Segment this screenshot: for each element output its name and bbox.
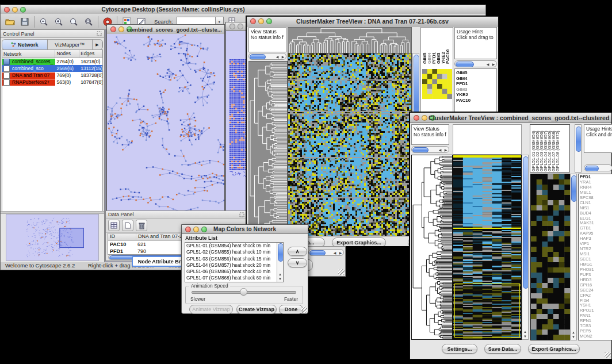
gene-item[interactable]: FIG4 <box>580 298 611 304</box>
tv2-vscrollbar[interactable]: ▲ ▼ <box>522 155 529 340</box>
column-edges[interactable]: Edges <box>79 50 102 58</box>
scroll-thumb[interactable] <box>523 156 529 289</box>
tv2-genes-vscrollbar[interactable]: ▲ ▼ <box>570 174 577 340</box>
network-list-header[interactable]: Network Nodes Edges <box>2 50 102 58</box>
gene-item[interactable]: SEC1 <box>580 257 611 262</box>
gene-item[interactable]: MON2 <box>580 334 611 339</box>
close-icon[interactable] <box>230 24 235 29</box>
done-button[interactable]: Done <box>279 305 303 314</box>
gene-item[interactable]: VIP1 <box>580 242 611 247</box>
tv1-status-hscrollbar[interactable]: ◀ ▶ <box>248 53 286 60</box>
gene-item[interactable]: SPC98 <box>580 196 611 201</box>
fragment-hscrollbar[interactable]: ◀ ▶ <box>308 249 344 256</box>
treeview1-titlebar[interactable]: ClusterMaker TreeView : DNA and Tran 07-… <box>247 17 498 26</box>
gene-item[interactable]: GIM3 <box>456 87 495 93</box>
scroll-right-icon[interactable]: ▶ <box>338 251 343 255</box>
scroll-right-icon[interactable]: ▶ <box>443 148 449 152</box>
column-label[interactable]: PAC10 <box>445 28 450 64</box>
column-network[interactable]: Network <box>2 50 55 58</box>
scroll-thumb[interactable] <box>278 243 283 262</box>
network-row[interactable]: DNA and Tran 07 769(0) 183728(0) <box>2 72 102 79</box>
gene-item[interactable]: HAP3 <box>580 236 611 242</box>
scroll-thumb[interactable] <box>309 250 326 256</box>
resize-grip[interactable] <box>605 352 611 358</box>
dialog-titlebar[interactable]: Map Colors to Network <box>182 225 308 234</box>
gene-item[interactable]: PFD1 <box>456 81 495 87</box>
gene-item[interactable]: ELG1 <box>580 216 611 221</box>
gene-item[interactable]: CLN1 <box>580 201 611 206</box>
tv1-heatmap[interactable] <box>288 53 412 236</box>
tab-network[interactable]: Network <box>2 40 48 49</box>
save-data-button[interactable]: Save Data... <box>484 344 521 354</box>
gene-item[interactable]: TCB3 <box>580 324 611 329</box>
open-folder-icon[interactable] <box>4 16 16 28</box>
attribute-item[interactable]: GPL51-01 (GSM854) heat shock 05 min <box>185 243 283 249</box>
gene-item[interactable]: HRD3 <box>580 278 611 283</box>
tv1-hints-hscrollbar[interactable]: ◀ ▶ <box>454 60 497 67</box>
gene-item[interactable]: PHO81 <box>580 267 611 273</box>
tv1-row-dendrogram[interactable] <box>248 61 288 236</box>
attribute-item[interactable]: GPL51-02 (GSM855) heat shock 10 min <box>185 249 283 255</box>
scroll-thumb[interactable] <box>412 147 429 153</box>
gene-item[interactable]: NTR2 <box>580 247 611 252</box>
create-vizmap-button[interactable]: Create Vizmap <box>236 305 277 314</box>
float-panel-icon[interactable] <box>97 31 102 36</box>
main-titlebar[interactable]: Cytoscape Desktop (Session Name: collins… <box>1 5 485 14</box>
delete-attribute-icon[interactable] <box>136 220 147 231</box>
save-icon[interactable] <box>19 16 30 28</box>
gene-item[interactable]: KAP95 <box>580 231 611 236</box>
gene-item[interactable]: MAK31 <box>580 221 611 226</box>
network-overview-canvas[interactable] <box>6 214 99 261</box>
export-graphics-button[interactable]: Export Graphics... <box>528 344 580 354</box>
gene-item[interactable]: RPO21 <box>580 308 611 313</box>
tab-vizmapper[interactable]: VizMapper™ <box>48 40 93 49</box>
scroll-thumb[interactable] <box>456 62 474 67</box>
gene-item[interactable]: GIM5 <box>456 70 495 76</box>
tv1-similarity-matrix[interactable] <box>422 69 452 99</box>
column-label[interactable]: GPL51-08 (GSM872) <box>555 125 560 171</box>
gene-item[interactable]: NIS1 <box>580 206 611 211</box>
minimize-icon[interactable] <box>422 115 427 121</box>
scroll-left-icon[interactable]: ◀ <box>274 55 280 59</box>
tab-overflow-arrow[interactable]: ▶ <box>93 40 102 49</box>
dense-network-canvas[interactable] <box>229 59 247 177</box>
tv2-row-dendrogram[interactable] <box>411 155 453 340</box>
slider-thumb[interactable] <box>240 288 247 296</box>
scroll-down-icon[interactable]: ▼ <box>571 335 576 339</box>
attribute-item[interactable]: GPL51-04 (GSM857) heat shock 20 min <box>185 262 283 269</box>
settings-button[interactable]: Settings... <box>442 344 477 354</box>
resize-grip[interactable] <box>338 269 345 275</box>
scroll-thumb[interactable] <box>250 54 266 60</box>
scroll-right-icon[interactable]: ▶ <box>491 62 496 67</box>
gene-item[interactable]: PAN1 <box>580 313 611 319</box>
attribute-select-icon[interactable] <box>108 220 120 231</box>
scroll-left-icon[interactable]: ◀ <box>485 62 491 67</box>
scroll-thumb[interactable] <box>585 166 599 171</box>
float-panel-icon[interactable] <box>239 212 244 217</box>
gene-item[interactable]: BUD4 <box>580 211 611 216</box>
gene-item[interactable]: YRA1 <box>580 180 611 185</box>
attribute-item[interactable]: GPL51-06 (GSM865) heat shock 40 min <box>185 269 283 275</box>
gene-item[interactable]: MSI1 <box>580 252 611 257</box>
network-row[interactable]: combined_sco 2569(6) 13112(15) <box>2 65 102 72</box>
tv1-column-dendrogram[interactable] <box>288 27 412 53</box>
scroll-thumb[interactable] <box>576 127 582 152</box>
gene-item[interactable]: PFD1 <box>580 175 611 180</box>
zoom-fit-icon[interactable] <box>68 16 79 28</box>
gene-item[interactable]: MSL1 <box>580 190 611 196</box>
attribute-item[interactable]: GPL51-07 (GSM868) heat shock 60 min <box>185 275 283 281</box>
scroll-left-icon[interactable]: ◀ <box>437 148 443 152</box>
move-up-button[interactable]: ∧ <box>288 247 307 256</box>
zoom-in-icon[interactable] <box>53 16 64 28</box>
gene-item[interactable]: PAC10 <box>456 98 495 104</box>
gene-item[interactable]: GPI16 <box>580 283 611 288</box>
close-icon[interactable] <box>110 26 116 32</box>
minimize-icon[interactable] <box>238 24 243 29</box>
treeview2-titlebar[interactable]: ClusterMaker TreeView : combined_scores_… <box>410 113 611 123</box>
gene-item[interactable]: CPA2 <box>580 293 611 298</box>
minimize-icon[interactable] <box>118 26 124 32</box>
animate-vizmap-button[interactable]: Animate Vizmap <box>189 305 233 314</box>
attribute-list-vscrollbar[interactable]: ▲ ▼ <box>277 243 283 282</box>
network-row[interactable]: RNAPuberNov2+ 563(0) 107847(0) <box>2 79 102 86</box>
resize-grip[interactable] <box>301 306 307 313</box>
